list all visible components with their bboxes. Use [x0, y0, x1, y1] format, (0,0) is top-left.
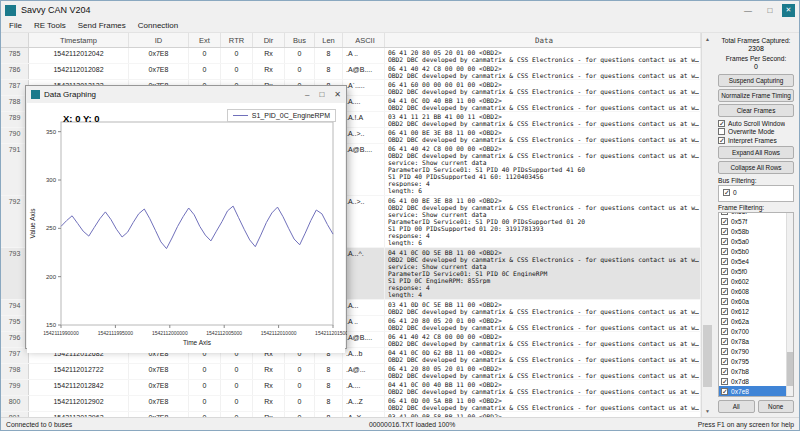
- frame-filter-item[interactable]: 0x5b0: [719, 246, 786, 256]
- cell-ascii: .A..>..: [343, 128, 385, 143]
- cell-ascii: .A@B....: [343, 64, 385, 79]
- filter-none-button[interactable]: None: [758, 400, 795, 413]
- row-number[interactable]: 797: [1, 348, 29, 363]
- graph-svg[interactable]: 1502002503003501542111990000154211199500…: [27, 103, 347, 349]
- data-graphing-window: Data Graphing – □ ✕ 15020025030035015421…: [25, 85, 347, 349]
- row-number[interactable]: 799: [1, 380, 29, 395]
- row-number[interactable]: 800: [1, 396, 29, 411]
- bus-filter-item[interactable]: 0: [721, 187, 791, 197]
- checkbox-interpret-frames[interactable]: Interpret Frames: [718, 137, 794, 144]
- checkbox-box[interactable]: [721, 338, 728, 345]
- expand-all-rows-button[interactable]: Expand All Rows: [718, 146, 794, 159]
- frame-filter-item[interactable]: 0x7e8: [719, 386, 786, 396]
- checkbox-box[interactable]: [721, 248, 728, 255]
- frame-filter-item[interactable]: 0x5f0: [719, 266, 786, 276]
- checkbox-box[interactable]: [723, 189, 730, 196]
- checkbox-box[interactable]: [721, 308, 728, 315]
- checkbox-box[interactable]: [721, 368, 728, 375]
- frame-filter-item[interactable]: 0x795: [719, 356, 786, 366]
- column-header-rtr[interactable]: RTR: [221, 33, 253, 47]
- checkbox-box[interactable]: [721, 358, 728, 365]
- frame-filter-list[interactable]: 0x4850x4b00x4f20x5200x52a0x5300x5450x553…: [718, 212, 794, 397]
- filter-scrollbar[interactable]: [786, 213, 793, 396]
- table-row[interactable]: 78515421120120420x7E800Rx08.A ..06 41 20…: [1, 48, 701, 64]
- cell-rtr: 0: [221, 64, 253, 79]
- filter-scrollbar-thumb[interactable]: [787, 352, 793, 386]
- checkbox-box[interactable]: [721, 218, 728, 225]
- frame-filter-item[interactable]: 0x7b8: [719, 366, 786, 376]
- checkbox-auto-scroll-window[interactable]: Auto Scroll Window: [718, 120, 794, 127]
- menu-connection[interactable]: Connection: [132, 21, 184, 30]
- graph-window-titlebar[interactable]: Data Graphing – □ ✕: [26, 86, 346, 103]
- filter-all-button[interactable]: All: [718, 400, 755, 413]
- column-header-data[interactable]: Data: [385, 33, 701, 47]
- checkbox-box[interactable]: [721, 328, 728, 335]
- frame-filter-item[interactable]: 0x7d8: [719, 376, 786, 386]
- frame-filter-item[interactable]: 0x608: [719, 286, 786, 296]
- frame-filter-item[interactable]: 0x60a: [719, 296, 786, 306]
- normalize-frame-timing-button[interactable]: Normalize Frame Timing: [718, 89, 794, 102]
- close-button[interactable]: ✕: [782, 4, 795, 17]
- table-row[interactable]: 78615421120120820x7E800Rx08.A@B....06 41…: [1, 64, 701, 80]
- table-scrollbar[interactable]: ▲ ▼: [701, 33, 713, 417]
- checkbox-box[interactable]: [721, 228, 728, 235]
- checkbox-box[interactable]: [721, 298, 728, 305]
- frame-filter-item[interactable]: 0x62a: [719, 316, 786, 326]
- cell-ascii: .A@B....: [343, 144, 385, 195]
- menu-send-frames[interactable]: Send Frames: [72, 21, 132, 30]
- checkbox-box[interactable]: [721, 288, 728, 295]
- scroll-up-icon[interactable]: ▲: [702, 33, 713, 45]
- clear-frames-button[interactable]: Clear Frames: [718, 104, 794, 117]
- frame-filter-item[interactable]: 0x612: [719, 306, 786, 316]
- checkbox-box[interactable]: [721, 348, 728, 355]
- maximize-button[interactable]: □: [760, 4, 780, 17]
- checkbox-box[interactable]: [721, 213, 728, 215]
- checkbox-box[interactable]: [721, 268, 728, 275]
- column-header-timestamp[interactable]: Timestamp: [29, 33, 129, 47]
- column-header-ascii[interactable]: ASCII: [343, 33, 385, 47]
- table-row[interactable]: 80015421120129020x7E800Rx08.A...Z06 41 0…: [1, 396, 701, 412]
- row-number[interactable]: 798: [1, 364, 29, 379]
- table-row[interactable]: 79915421120128420x7E800Rx08.A....04 41 0…: [1, 380, 701, 396]
- row-number[interactable]: 785: [1, 48, 29, 63]
- checkbox-box[interactable]: [721, 278, 728, 285]
- checkbox-box[interactable]: [721, 318, 728, 325]
- checkbox-box[interactable]: [721, 258, 728, 265]
- checkbox-overwrite-mode[interactable]: Overwrite Mode: [718, 128, 794, 135]
- frame-filter-item[interactable]: 0x5a0: [719, 236, 786, 246]
- menu-re-tools[interactable]: RE Tools: [28, 21, 72, 30]
- table-row[interactable]: 79815421120127220x7E800Rx08.A@...06 41 2…: [1, 364, 701, 380]
- column-header-ext[interactable]: Ext: [189, 33, 221, 47]
- graph-plot-area[interactable]: 1502002503003501542111990000154211199500…: [27, 103, 345, 353]
- scroll-down-icon[interactable]: ▼: [702, 405, 713, 417]
- menu-file[interactable]: File: [3, 21, 28, 30]
- column-header-id[interactable]: ID: [129, 33, 189, 47]
- row-number[interactable]: 786: [1, 64, 29, 79]
- graph-maximize-button[interactable]: □: [319, 90, 324, 99]
- scrollbar-thumb[interactable]: [703, 325, 712, 387]
- column-header-bus[interactable]: Bus: [285, 33, 315, 47]
- minimize-button[interactable]: —: [738, 4, 758, 17]
- frame-filter-label: 0x790: [731, 348, 749, 355]
- column-header-dir[interactable]: Dir: [253, 33, 285, 47]
- checkbox-box[interactable]: [721, 378, 728, 385]
- frame-filter-item[interactable]: 0x57f: [719, 216, 786, 226]
- frame-filter-item[interactable]: 0x58b: [719, 226, 786, 236]
- bus-filter-list[interactable]: 0: [718, 185, 794, 202]
- checkbox-box[interactable]: [721, 388, 728, 395]
- frame-filter-item[interactable]: 0x700: [719, 326, 786, 336]
- checkbox-box[interactable]: [718, 128, 725, 135]
- frame-filter-item[interactable]: 0x602: [719, 276, 786, 286]
- frame-filter-item[interactable]: 0x5e4: [719, 256, 786, 266]
- graph-close-button[interactable]: ✕: [334, 90, 341, 99]
- frame-filter-item[interactable]: 0x78a: [719, 336, 786, 346]
- suspend-capturing-button[interactable]: Suspend Capturing: [718, 74, 794, 87]
- checkbox-box[interactable]: [721, 238, 728, 245]
- checkbox-box[interactable]: [718, 120, 725, 127]
- collapse-all-rows-button[interactable]: Collapse All Rows: [718, 161, 794, 174]
- frame-filter-item[interactable]: 0x790: [719, 346, 786, 356]
- title-bar[interactable]: Savvy CAN V204 — □ ✕: [1, 1, 799, 19]
- column-header-len[interactable]: Len: [315, 33, 343, 47]
- checkbox-box[interactable]: [718, 137, 725, 144]
- graph-minimize-button[interactable]: –: [305, 90, 309, 99]
